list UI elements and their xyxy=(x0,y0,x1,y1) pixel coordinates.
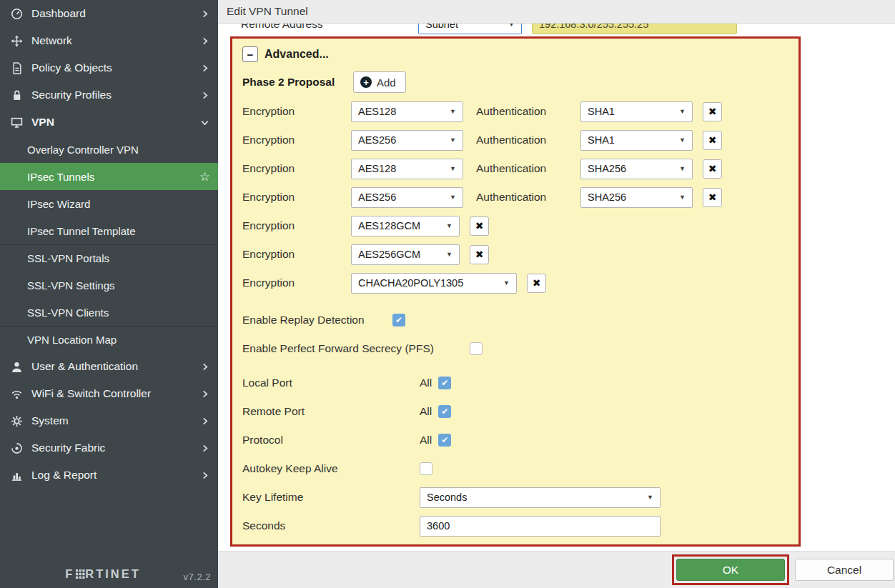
remote-address-type-select[interactable]: Subnet ▼ xyxy=(418,24,522,34)
seconds-row: Seconds xyxy=(242,512,798,540)
sidebar-subitem-label: SSL-VPN Portals xyxy=(27,252,109,264)
ok-button[interactable]: OK xyxy=(676,559,785,581)
chevron-right-icon xyxy=(201,64,209,72)
protocol-row: Protocol All ✔ xyxy=(242,426,798,454)
sidebar-item-vpn[interactable]: VPN xyxy=(0,109,218,136)
authentication-label: Authentication xyxy=(476,191,580,204)
sidebar-item-label: VPN xyxy=(31,116,54,129)
protocol-all-checkbox[interactable]: ✔ xyxy=(438,434,451,447)
replay-detection-checkbox[interactable]: ✔ xyxy=(392,314,405,327)
sidebar-item-security-profiles[interactable]: Security Profiles xyxy=(0,81,218,109)
add-proposal-button[interactable]: + Add xyxy=(353,71,406,93)
sidebar-item-label: Dashboard xyxy=(31,7,86,20)
phase2-proposal-header: Phase 2 Proposal + Add xyxy=(242,67,798,97)
sidebar-item-wifi-switch-controller[interactable]: WiFi & Switch Controller xyxy=(0,380,218,407)
sidebar-subitem-label: IPsec Tunnel Template xyxy=(27,225,135,237)
remove-proposal-button[interactable]: ✖ xyxy=(703,188,722,207)
proposal-row-5: Encryption AES128GCM ▼ ✖ xyxy=(242,211,798,240)
ok-button-annotation: OK xyxy=(672,554,789,585)
encryption-select[interactable]: AES128 ▼ xyxy=(351,101,463,122)
remove-proposal-button[interactable]: ✖ xyxy=(470,216,489,236)
encryption-label: Encryption xyxy=(242,105,351,118)
sidebar-item-log-report[interactable]: Log & Report xyxy=(0,462,218,489)
remote-address-value-input[interactable] xyxy=(532,24,737,34)
sidebar-item-label: User & Authentication xyxy=(31,360,138,373)
pfs-checkbox[interactable] xyxy=(470,342,483,355)
sidebar-item-ssl-vpn-portals[interactable]: SSL-VPN Portals xyxy=(0,244,218,271)
autokey-keep-alive-row: Autokey Keep Alive xyxy=(242,454,798,483)
wifi-icon xyxy=(9,388,24,400)
sidebar-item-dashboard[interactable]: Dashboard xyxy=(0,0,218,27)
authentication-select[interactable]: SHA1 ▼ xyxy=(580,101,693,122)
collapse-icon[interactable]: − xyxy=(242,46,258,62)
remove-proposal-button[interactable]: ✖ xyxy=(703,159,722,179)
encryption-select[interactable]: AES128 ▼ xyxy=(351,159,463,179)
key-lifetime-select[interactable]: Seconds ▼ xyxy=(420,487,661,508)
encryption-select[interactable]: AES256GCM ▼ xyxy=(351,244,460,265)
remove-proposal-button[interactable]: ✖ xyxy=(703,102,722,121)
encryption-label: Encryption xyxy=(242,276,351,289)
remove-proposal-button[interactable]: ✖ xyxy=(527,274,546,293)
advanced-header: − Advanced... xyxy=(242,41,798,67)
caret-down-icon: ▼ xyxy=(673,108,686,115)
sidebar-subitem-label: IPsec Tunnels xyxy=(27,171,94,183)
sidebar-item-security-fabric[interactable]: Security Fabric xyxy=(0,434,218,462)
remove-proposal-button[interactable]: ✖ xyxy=(703,131,722,150)
sidebar-item-ipsec-tunnels[interactable]: IPsec Tunnels ☆ xyxy=(0,163,218,190)
caret-down-icon: ▼ xyxy=(444,108,456,115)
sidebar-item-user-authentication[interactable]: User & Authentication xyxy=(0,353,218,380)
proposal-row-7: Encryption CHACHA20POLY1305 ▼ ✖ xyxy=(242,269,798,297)
cancel-button[interactable]: Cancel xyxy=(795,559,894,581)
encryption-label: Encryption xyxy=(242,162,351,175)
encryption-select[interactable]: AES256 ▼ xyxy=(351,130,463,151)
authentication-select[interactable]: SHA256 ▼ xyxy=(580,187,693,208)
caret-down-icon: ▼ xyxy=(444,194,456,201)
sidebar-item-vpn-location-map[interactable]: VPN Location Map xyxy=(0,326,218,353)
sidebar-item-label: WiFi & Switch Controller xyxy=(31,387,151,400)
remove-proposal-button[interactable]: ✖ xyxy=(470,245,489,264)
replay-detection-row: Enable Replay Detection ✔ xyxy=(242,306,798,334)
encryption-select[interactable]: AES128GCM ▼ xyxy=(351,216,460,236)
check-icon: ✔ xyxy=(441,435,448,445)
autokey-keep-alive-checkbox[interactable] xyxy=(420,462,432,475)
encryption-select[interactable]: AES256 ▼ xyxy=(351,187,463,208)
sidebar-item-overlay-controller-vpn[interactable]: Overlay Controller VPN xyxy=(0,136,218,163)
sidebar-item-system[interactable]: System xyxy=(0,407,218,434)
proposal-row-6: Encryption AES256GCM ▼ ✖ xyxy=(242,240,798,269)
seconds-input[interactable] xyxy=(420,516,661,537)
chevron-right-icon xyxy=(201,417,209,425)
caret-down-icon: ▼ xyxy=(498,279,510,286)
pfs-row: Enable Perfect Forward Secrecy (PFS) xyxy=(242,334,798,363)
sidebar-item-ssl-vpn-settings[interactable]: SSL-VPN Settings xyxy=(0,271,218,299)
caret-down-icon: ▼ xyxy=(503,24,515,28)
autokey-keep-alive-label: Autokey Keep Alive xyxy=(242,462,420,475)
sidebar-item-network[interactable]: Network xyxy=(0,27,218,54)
check-icon: ✔ xyxy=(441,407,448,417)
sidebar-footer: F RTINET v7.2.2 xyxy=(0,564,218,582)
remote-port-all-checkbox[interactable]: ✔ xyxy=(438,405,451,418)
form-footer: OK Cancel xyxy=(218,551,895,588)
chevron-down-icon xyxy=(201,119,209,126)
sidebar-item-ipsec-tunnel-template[interactable]: IPsec Tunnel Template xyxy=(0,217,218,244)
favorite-star-icon[interactable]: ☆ xyxy=(199,169,210,184)
proposal-row-1: Encryption AES128 ▼ Authentication SHA1 … xyxy=(242,97,798,126)
encryption-label: Encryption xyxy=(242,191,351,204)
fortinet-logo: F RTINET xyxy=(65,567,141,581)
authentication-select[interactable]: SHA1 ▼ xyxy=(580,130,693,151)
sidebar-item-policy-objects[interactable]: Policy & Objects xyxy=(0,54,218,81)
check-icon: ✔ xyxy=(441,378,448,388)
authentication-select[interactable]: SHA256 ▼ xyxy=(580,159,693,179)
local-port-all-checkbox[interactable]: ✔ xyxy=(438,377,451,389)
dashboard-icon xyxy=(9,8,24,20)
edit-vpn-tunnel-form: Remote Address Subnet ▼ − Advanced... Ph… xyxy=(218,24,895,551)
chevron-right-icon xyxy=(201,37,209,45)
remote-port-label: Remote Port xyxy=(242,405,420,418)
encryption-select[interactable]: CHACHA20POLY1305 ▼ xyxy=(351,273,517,294)
sidebar-item-ssl-vpn-clients[interactable]: SSL-VPN Clients xyxy=(0,299,218,326)
chevron-right-icon xyxy=(201,444,209,452)
sidebar-item-ipsec-wizard[interactable]: IPsec Wizard xyxy=(0,190,218,217)
main-panel: Edit VPN Tunnel Remote Address Subnet ▼ … xyxy=(218,0,895,588)
sidebar: Dashboard Network Policy & Objects xyxy=(0,0,218,588)
replay-detection-label: Enable Replay Detection xyxy=(242,314,392,327)
caret-down-icon: ▼ xyxy=(440,222,453,229)
